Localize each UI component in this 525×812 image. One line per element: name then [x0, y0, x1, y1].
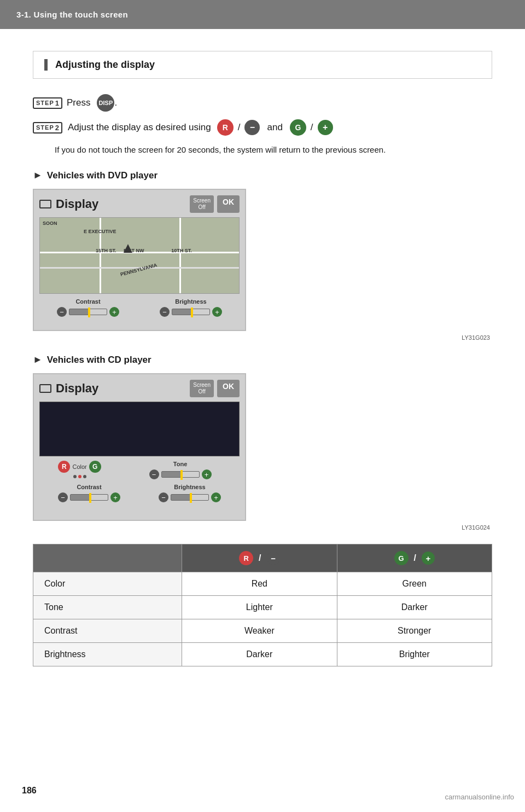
dvd-map-area: SOON E EXECUTIVE 15TH ST. E ST NW 10TH S…: [39, 217, 240, 294]
table-minus-icon: −: [267, 552, 280, 565]
bullet-text-cd: Vehicles with CD player: [47, 355, 151, 366]
cd-tone-label: Tone: [173, 461, 187, 467]
cd-g-icon: G: [89, 461, 101, 473]
cd-contrast-label: Contrast: [77, 484, 101, 490]
map-label-6: PENNSYLVANIA: [119, 262, 157, 277]
map-label-5: 10TH ST.: [171, 248, 192, 253]
page-header: 3-1. Using the touch screen: [0, 0, 525, 29]
road-vertical-2: [179, 218, 181, 293]
sep1: /: [238, 122, 241, 133]
step1-period: .: [114, 97, 117, 108]
cd-tone-control: Tone − +: [123, 461, 237, 479]
contrast-control: Contrast − +: [39, 298, 137, 317]
table-header-row: R / − G / +: [33, 544, 492, 572]
dvd-display-buttons: ScreenOff OK: [190, 195, 240, 213]
brightness-indicator: [191, 308, 193, 317]
contrast-minus: −: [57, 307, 67, 317]
cd-contrast-control: Contrast − +: [42, 484, 137, 502]
table-cell-col2: Darker: [182, 643, 337, 666]
cd-brightness-plus: +: [211, 492, 221, 502]
cd-brightness-label: Brightness: [174, 484, 205, 490]
step2-label: STEP: [36, 124, 54, 131]
cd-controls-wrapper: R Color G Tone: [39, 461, 240, 479]
table-row: BrightnessDarkerBrighter: [33, 643, 492, 666]
cd-contrast-minus: −: [58, 492, 68, 502]
table-plus-icon: +: [422, 552, 435, 565]
display-table: R / − G / + ColorRedGreenToneLighterDark…: [33, 544, 492, 666]
r-button-icon: R: [217, 119, 234, 136]
disp-button-icon: DISP: [97, 94, 114, 112]
contrast-slider-row: − +: [57, 307, 119, 317]
cd-contrast-slider: [70, 494, 108, 501]
table-cell-label: Tone: [33, 596, 182, 619]
cd-display-buttons: ScreenOff OK: [190, 380, 240, 397]
table-cell-col2: Red: [182, 572, 337, 596]
bullet-arrow-cd: ►: [33, 354, 43, 366]
cd-screen-image: Display ScreenOff OK R Color G: [33, 373, 246, 521]
cd-contrast-slider-row: − +: [58, 492, 120, 502]
section-bar: [44, 59, 48, 71]
step2-line: STEP 2 Adjust the display as desired usi…: [33, 119, 492, 136]
step1-num: 1: [55, 99, 59, 107]
step1-badge: STEP 1: [33, 97, 62, 109]
table-sep1: /: [259, 553, 261, 563]
contrast-plus: +: [109, 307, 119, 317]
sep2: /: [311, 122, 313, 133]
brightness-label: Brightness: [175, 298, 206, 305]
map-label-2: E EXECUTIVE: [84, 229, 116, 234]
color-dot-3: [83, 475, 86, 478]
brightness-minus: −: [160, 307, 170, 317]
bullet-arrow-dvd: ►: [33, 170, 43, 181]
cd-contrast-plus: +: [110, 492, 120, 502]
table-cell-label: Brightness: [33, 643, 182, 666]
page-number: 186: [22, 786, 37, 796]
dvd-controls-area: Contrast − + Brightness −: [39, 298, 240, 317]
table-row: ColorRedGreen: [33, 572, 492, 596]
bullet-item-dvd: ► Vehicles with DVD player: [33, 170, 492, 181]
map-label-3: 15TH ST.: [96, 248, 116, 253]
indent-note: If you do not touch the screen for 20 se…: [55, 143, 492, 156]
step1-text: Press: [67, 97, 90, 108]
section-title-box: Adjusting the display: [33, 51, 492, 79]
bullet-item-cd: ► Vehicles with CD player: [33, 354, 492, 366]
table-body: ColorRedGreenToneLighterDarkerContrastWe…: [33, 572, 492, 666]
bullet-text-dvd: Vehicles with DVD player: [47, 170, 158, 181]
step2-badge: STEP 2: [33, 122, 62, 134]
footer-watermark: carmanualsonline.info: [445, 793, 514, 801]
cd-display-header: Display ScreenOff OK: [39, 380, 240, 397]
dvd-image-ref: LY31G023: [33, 334, 492, 341]
cd-display-monitor-icon: [39, 384, 51, 393]
nav-arrow: [124, 244, 132, 253]
table-r-icon: R: [239, 551, 253, 565]
dvd-display-header: Display ScreenOff OK: [39, 195, 240, 213]
cd-ok-button: OK: [217, 380, 240, 397]
contrast-indicator: [88, 308, 90, 317]
step1-line: STEP 1 Press DISP .: [33, 94, 492, 112]
ok-button: OK: [217, 195, 240, 213]
col2-header-icons: R / −: [193, 551, 325, 565]
cd-color-label-row: R Color G: [58, 461, 101, 473]
brightness-slider: [172, 309, 210, 315]
cd-display-ui: Display ScreenOff OK R Color G: [34, 374, 245, 520]
and-text: and: [267, 122, 282, 133]
cd-tone-plus: +: [202, 469, 212, 479]
display-monitor-icon: [39, 200, 51, 208]
screen-off-button: ScreenOff: [190, 195, 214, 213]
cd-screen-container: Display ScreenOff OK R Color G: [33, 373, 492, 531]
table-sep2: /: [414, 553, 416, 563]
col3-header-icons: G / +: [348, 551, 481, 565]
cd-brightness-minus: −: [159, 492, 168, 502]
table-col3-header: G / +: [337, 544, 492, 572]
table-cell-label: Contrast: [33, 619, 182, 643]
cd-color-control: R Color G: [42, 461, 118, 479]
step2-text: Adjust the display as desired using: [68, 122, 211, 133]
cd-map-area: [39, 402, 240, 456]
dvd-display-title: Display: [56, 197, 98, 211]
table-g-icon: G: [394, 551, 409, 565]
cd-controls-row2: Contrast − + Brightness −: [39, 484, 240, 502]
cd-color-dots: [73, 475, 86, 478]
table-cell-label: Color: [33, 572, 182, 596]
cd-contrast-indicator: [89, 493, 91, 503]
cd-brightness-slider-row: − +: [159, 492, 221, 502]
cd-display-title: Display: [56, 381, 98, 396]
